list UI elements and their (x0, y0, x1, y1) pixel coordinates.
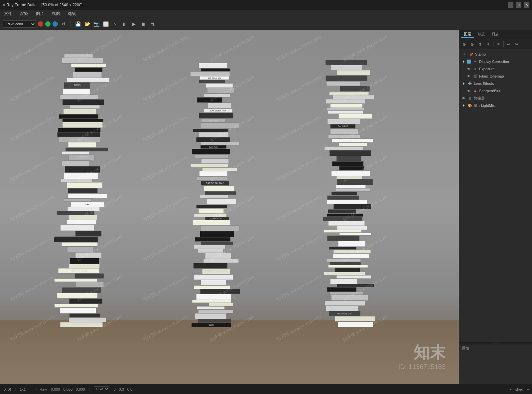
render-canvas (0, 30, 459, 384)
status-b: 0.000 (76, 387, 85, 391)
toolbar: RGB color ↺ 💾 📂 📷 ⬜ ↖ ◧ ▶ ⏹ 🗑 (0, 18, 532, 30)
layer-name-lightmix: 源：LightMix (474, 103, 530, 108)
tab-log[interactable]: 日志 (489, 31, 502, 38)
channel-select[interactable]: RGB color (3, 20, 36, 28)
camera-icon[interactable]: 📷 (93, 20, 100, 28)
status-coords: [0, 0] (3, 387, 11, 391)
remove-layer-icon[interactable]: ⊖ (468, 41, 476, 48)
undo-icon[interactable]: ↩ (505, 41, 512, 48)
layer-icon-stamp: 📌 (468, 52, 474, 57)
status-v: 0.0 (127, 387, 132, 391)
layer-icon-exposure: ☀ (472, 66, 478, 72)
layer-eye-lens-effects[interactable]: 👁 (461, 81, 466, 86)
status-format-select[interactable]: HSV (94, 386, 109, 392)
layer-icon-filmic-tonemap: 🎬 (472, 74, 478, 79)
layer-eye-display-correction[interactable]: 👁 (461, 59, 466, 64)
layer-icon-display-correction: ✏ (472, 59, 478, 64)
layer-eye-sharpen-blur[interactable]: 👁 (466, 89, 471, 93)
compare-icon[interactable]: ◧ (121, 20, 128, 28)
add-layer-icon[interactable]: ⊕ (461, 41, 468, 48)
layer-item-lightmix[interactable]: 👁 🎨 源：LightMix (459, 102, 532, 109)
status-sep-2: | (30, 387, 31, 391)
menu-options[interactable]: 选项 (66, 10, 78, 17)
status-zoom: 1x1 (20, 387, 26, 391)
list-icon[interactable]: ≡ (495, 41, 502, 48)
status-coords-value: [0, 0] (3, 387, 11, 391)
layer-name-exposure: Exposure (479, 67, 530, 71)
status-s: 0.0 (119, 387, 124, 391)
layer-name-denoiser: 降噪器 (474, 96, 530, 101)
layer-item-denoiser[interactable]: 👁 ⊞ 降噪器 (459, 95, 532, 102)
layer-item-sharpen-blur[interactable]: 👁 ◈ Sharpen/Blur (459, 87, 532, 95)
move-up-icon[interactable]: ⬆ (476, 41, 484, 48)
status-rgb-values: 0.000 0.000 0.000 (51, 387, 85, 391)
titlebar: V-Ray Frame Buffer - [50.0% of 2640 x 22… (0, 0, 532, 10)
status-menu-icon[interactable]: ≡ (527, 387, 529, 391)
statusbar: [0, 0] | 1x1 | ⟋ Raw 0.000 0.000 0.000 |… (0, 384, 532, 394)
status-h: 0 (113, 387, 115, 391)
blue-dot[interactable] (53, 21, 58, 27)
properties-label: 属性 (459, 344, 532, 352)
rp-separator-1 (493, 41, 493, 47)
status-sep-1: | (15, 387, 16, 391)
layer-name-display-correction: Display Correction (479, 60, 530, 64)
save-icon[interactable]: 💾 (74, 20, 81, 28)
tab-status[interactable]: 状态 (475, 31, 488, 38)
layer-eye-exposure[interactable]: 👁 (466, 67, 471, 71)
layer-item-filmic-tonemap[interactable]: 👁 🎬 Filmic tonemap (459, 73, 532, 80)
crop-icon[interactable]: ⬜ (102, 20, 109, 28)
status-mode: ⟋ Raw (35, 387, 47, 391)
rp-separator-2 (503, 41, 504, 47)
layer-item-stamp[interactable]: 👁 📌 Stamp (459, 51, 532, 58)
menu-render[interactable]: 渲染 (18, 10, 30, 17)
green-dot[interactable] (45, 21, 51, 27)
layer-eye-lightmix[interactable]: 👁 (461, 103, 466, 108)
layer-icon-lens-effects: ✚ (467, 81, 472, 86)
window-title: V-Ray Frame Buffer - [50.0% of 2640 x 22… (3, 3, 82, 7)
layer-icon-lightmix: 🎨 (467, 103, 472, 108)
minimize-button[interactable]: − (508, 2, 513, 8)
reset-icon[interactable]: ↺ (60, 20, 67, 28)
layer-icon-sharpen-blur: ◈ (472, 88, 478, 94)
cursor-icon-status: ⟋ (35, 387, 38, 391)
redo-icon[interactable]: ↪ (513, 41, 520, 48)
layer-checkbox-display-correction[interactable]: ✓ (467, 60, 471, 64)
layer-eye-denoiser[interactable]: 👁 (461, 96, 466, 100)
menu-image[interactable]: 图片 (34, 10, 46, 17)
layer-item-exposure[interactable]: 👁 ☀ Exposure (459, 65, 532, 73)
move-down-icon[interactable]: ⬇ (484, 41, 492, 48)
right-panel-tabs: 图层 状态 日志 (459, 30, 532, 39)
tab-layers[interactable]: 图层 (461, 31, 474, 38)
right-panel: 图层 状态 日志 ⊕ ⊖ ⬆ ⬇ ≡ ↩ ↪ 👁 📌 Stamp (459, 30, 532, 384)
stop-icon[interactable]: ⏹ (139, 20, 147, 28)
status-extra-values: 0 0.0 0.0 (113, 387, 132, 391)
logo-id: ID: 1136715183 (398, 363, 446, 371)
load-icon[interactable]: 📂 (83, 20, 91, 28)
status-finished: Finished (509, 387, 523, 391)
bucket-icon[interactable]: 🗑 (149, 20, 156, 28)
layer-item-display-correction[interactable]: 👁 ✓ ✏ Display Correction (459, 58, 532, 65)
render-icon[interactable]: ▶ (130, 20, 137, 28)
status-g: 0.000 (63, 387, 72, 391)
menubar: 文件 渲染 图片 视图 选项 (0, 10, 532, 18)
status-mode-value: Raw (40, 387, 47, 391)
logo-text: 知末 (398, 342, 446, 363)
red-dot[interactable] (38, 21, 43, 27)
cursor-icon[interactable]: ↖ (111, 20, 119, 28)
menu-file[interactable]: 文件 (2, 10, 14, 17)
layer-name-filmic-tonemap: Filmic tonemap (479, 74, 530, 78)
render-area: 知末 ID: 1136715183 (0, 30, 459, 384)
status-zoom-value: 1x1 (20, 387, 26, 391)
layer-icon-denoiser: ⊞ (467, 96, 472, 101)
close-button[interactable]: ✕ (524, 2, 529, 8)
menu-view[interactable]: 视图 (50, 10, 62, 17)
layer-name-stamp: Stamp (475, 52, 530, 56)
layer-eye-filmic-tonemap[interactable]: 👁 (466, 74, 471, 79)
maximize-button[interactable]: □ (516, 2, 521, 8)
layer-name-lens-effects: Lens Effects (474, 82, 530, 86)
layer-name-sharpen-blur: Sharpen/Blur (479, 89, 530, 93)
layer-eye-stamp[interactable]: 👁 (463, 52, 467, 57)
window-controls: − □ ✕ (508, 2, 529, 8)
properties-section: 属性 (459, 344, 532, 384)
layer-item-lens-effects[interactable]: 👁 ✚ Lens Effects (459, 80, 532, 87)
